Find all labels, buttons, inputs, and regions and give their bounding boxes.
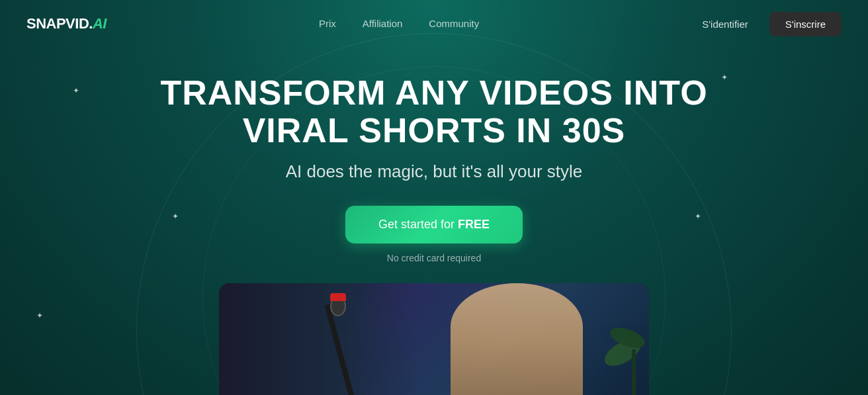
cta-free: FREE [458,218,490,231]
cta-prefix: Get started for [378,218,458,231]
hero-section: TRANSFORM ANY VIDEOS INTO VIRAL SHORTS I… [0,48,868,395]
nav-item-community[interactable]: Community [429,18,479,30]
nav-item-affiliation[interactable]: Affiliation [363,18,403,30]
nav-links: Prix Affiliation Community [319,18,479,30]
nav-actions: S'identifier S'inscrire [691,12,842,36]
nav-link-affiliation[interactable]: Affiliation [363,18,403,29]
video-mic-logo [330,293,346,301]
plant-stem [632,349,636,395]
video-preview [219,283,649,395]
hero-subtitle: AI does the magic, but it's all your sty… [286,161,583,182]
video-person [451,283,583,395]
cta-button[interactable]: Get started for FREE [345,206,523,243]
signup-button[interactable]: S'inscrire [769,12,842,36]
page-wrapper: ✦ ✦ ✦ ✦ ✦ SNAPVID.AI Prix Affiliation Co… [0,0,868,395]
video-plant [596,303,649,395]
video-left-overlay [219,283,417,395]
logo-brand: SNAPVID. [26,15,93,32]
logo-ai: AI [93,15,107,32]
logo: SNAPVID.AI [26,15,107,32]
video-bg [219,283,649,395]
hero-title: TRANSFORM ANY VIDEOS INTO VIRAL SHORTS I… [136,74,732,150]
nav-link-community[interactable]: Community [429,18,479,29]
no-credit-text: No credit card required [387,253,481,263]
navbar: SNAPVID.AI Prix Affiliation Community S'… [0,0,868,48]
nav-link-prix[interactable]: Prix [319,18,336,29]
signin-button[interactable]: S'identifier [691,13,759,35]
nav-item-prix[interactable]: Prix [319,18,336,30]
